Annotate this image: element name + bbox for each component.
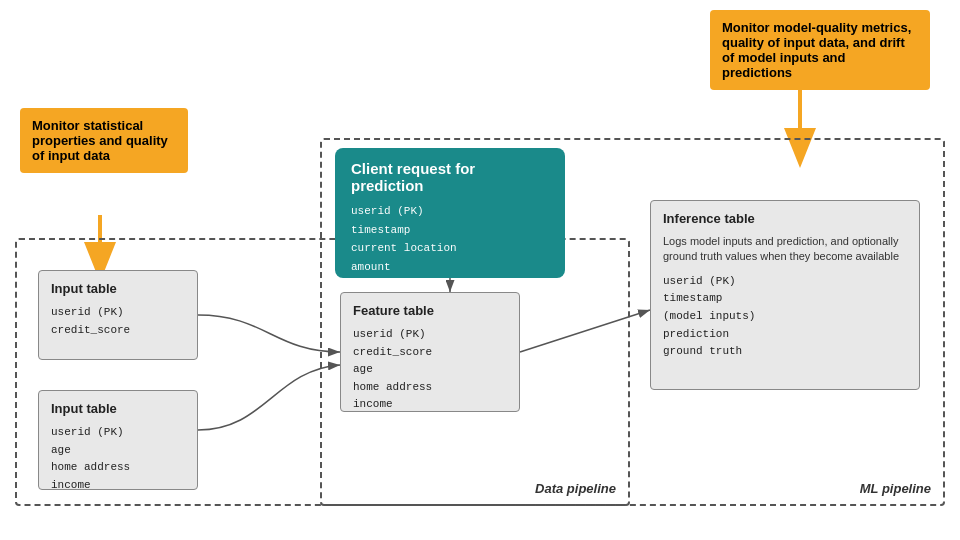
input-table-1-title: Input table [51, 281, 185, 296]
feature-field-1: userid (PK) [353, 326, 507, 344]
inference-field-1: userid (PK) [663, 273, 907, 291]
input2-field-1: userid (PK) [51, 424, 185, 442]
inference-table-fields: userid (PK) timestamp (model inputs) pre… [663, 273, 907, 361]
inference-table-title: Inference table [663, 211, 907, 226]
callout-left-text: Monitor statistical properties and quali… [32, 118, 168, 163]
inference-table: Inference table Logs model inputs and pr… [650, 200, 920, 390]
inference-field-4: prediction [663, 326, 907, 344]
input-table-2: Input table userid (PK) age home address… [38, 390, 198, 490]
input2-field-3: home address [51, 459, 185, 477]
feature-table-title: Feature table [353, 303, 507, 318]
client-request-fields: userid (PK) timestamp current location a… [351, 202, 549, 277]
feature-field-3: age [353, 361, 507, 379]
client-field-2: timestamp [351, 221, 549, 240]
callout-right-text: Monitor model-quality metrics, quality o… [722, 20, 911, 80]
input1-field-2: credit_score [51, 322, 185, 340]
client-field-3: current location [351, 239, 549, 258]
ml-pipeline-label: ML pipeline [860, 481, 931, 496]
client-field-1: userid (PK) [351, 202, 549, 221]
client-field-4: amount [351, 258, 549, 277]
client-request-box: Client request for prediction userid (PK… [335, 148, 565, 278]
data-pipeline-label: Data pipeline [535, 481, 616, 496]
inference-table-description: Logs model inputs and prediction, and op… [663, 234, 907, 265]
input2-field-2: age [51, 442, 185, 460]
client-request-title: Client request for prediction [351, 160, 549, 194]
input-table-2-fields: userid (PK) age home address income [51, 424, 185, 494]
callout-right: Monitor model-quality metrics, quality o… [710, 10, 930, 90]
feature-field-5: income [353, 396, 507, 414]
input-table-1-fields: userid (PK) credit_score [51, 304, 185, 339]
feature-field-4: home address [353, 379, 507, 397]
inference-field-3: (model inputs) [663, 308, 907, 326]
input-table-1: Input table userid (PK) credit_score [38, 270, 198, 360]
callout-left: Monitor statistical properties and quali… [20, 108, 188, 173]
input2-field-4: income [51, 477, 185, 495]
inference-field-2: timestamp [663, 290, 907, 308]
input1-field-1: userid (PK) [51, 304, 185, 322]
feature-field-2: credit_score [353, 344, 507, 362]
feature-table-fields: userid (PK) credit_score age home addres… [353, 326, 507, 414]
inference-field-5: ground truth [663, 343, 907, 361]
feature-table: Feature table userid (PK) credit_score a… [340, 292, 520, 412]
diagram-container: Monitor statistical properties and quali… [0, 0, 960, 540]
input-table-2-title: Input table [51, 401, 185, 416]
